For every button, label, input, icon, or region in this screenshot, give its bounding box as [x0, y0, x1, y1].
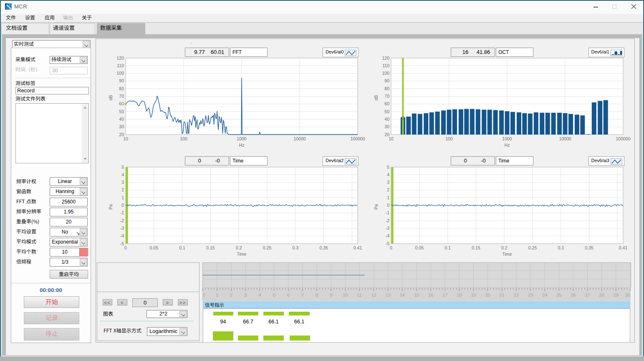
svg-text:7: 7: [301, 292, 304, 297]
svg-text:4: 4: [258, 292, 261, 297]
svg-text:10: 10: [343, 292, 348, 297]
svg-text:0.25: 0.25: [528, 245, 537, 250]
svg-text:25: 25: [556, 292, 561, 297]
svg-text:Pa: Pa: [374, 204, 379, 209]
svg-text:18: 18: [457, 292, 462, 297]
svg-text:70: 70: [119, 94, 124, 99]
svg-text:70: 70: [384, 94, 389, 99]
svg-text:0: 0: [203, 292, 205, 297]
svg-text:0.35: 0.35: [319, 245, 328, 250]
svg-text:9: 9: [330, 292, 332, 297]
svg-text:30: 30: [384, 124, 389, 129]
svg-text:19: 19: [471, 292, 476, 297]
svg-text:21: 21: [500, 292, 505, 297]
svg-text:0.15: 0.15: [206, 245, 215, 250]
svg-text:100: 100: [116, 71, 124, 76]
svg-text:120: 120: [382, 56, 389, 61]
svg-text:90: 90: [384, 78, 389, 83]
svg-text:13: 13: [386, 292, 391, 297]
svg-text:Hz: Hz: [239, 142, 245, 147]
svg-text:0: 0: [387, 203, 389, 208]
svg-text:0.35: 0.35: [585, 245, 593, 250]
svg-text:28: 28: [599, 292, 604, 297]
svg-text:8: 8: [316, 292, 318, 297]
svg-text:10000: 10000: [293, 136, 306, 141]
svg-text:2: 2: [230, 292, 232, 297]
svg-text:23: 23: [528, 292, 533, 297]
svg-text:1000: 1000: [237, 136, 247, 141]
svg-text:-4: -4: [120, 233, 124, 238]
svg-text:80: 80: [119, 86, 124, 91]
svg-text:-3: -3: [120, 226, 124, 231]
svg-text:27: 27: [585, 292, 590, 297]
svg-text:0.1: 0.1: [179, 245, 185, 250]
svg-text:10000: 10000: [559, 136, 571, 141]
svg-text:0: 0: [390, 245, 392, 250]
svg-text:14: 14: [400, 292, 405, 297]
svg-text:-4: -4: [386, 233, 389, 238]
svg-text:-2: -2: [386, 218, 389, 223]
svg-text:5: 5: [121, 165, 124, 170]
svg-text:0.41: 0.41: [619, 245, 628, 250]
svg-text:30: 30: [119, 124, 124, 129]
svg-text:0.41: 0.41: [354, 245, 362, 250]
svg-text:-5: -5: [120, 241, 124, 246]
svg-text:-1: -1: [386, 210, 389, 215]
svg-text:100: 100: [445, 136, 453, 141]
svg-text:1: 1: [216, 292, 218, 297]
svg-text:Pa: Pa: [108, 204, 113, 209]
svg-text:dB: dB: [374, 95, 379, 101]
svg-text:60: 60: [119, 101, 124, 106]
svg-text:6: 6: [287, 292, 290, 297]
svg-text:4: 4: [121, 172, 124, 177]
svg-text:10: 10: [123, 136, 128, 141]
svg-text:15: 15: [414, 292, 419, 297]
svg-text:0: 0: [121, 203, 124, 208]
svg-text:50: 50: [119, 109, 124, 114]
svg-text:12: 12: [371, 292, 376, 297]
svg-text:dB: dB: [108, 95, 113, 101]
svg-text:0.15: 0.15: [472, 245, 480, 250]
svg-text:30: 30: [625, 292, 630, 297]
svg-text:0.25: 0.25: [263, 245, 272, 250]
svg-text:0.2: 0.2: [236, 245, 242, 250]
svg-text:3: 3: [387, 180, 389, 185]
svg-text:22: 22: [514, 292, 519, 297]
svg-text:0.05: 0.05: [150, 245, 159, 250]
svg-text:-3: -3: [386, 226, 389, 231]
svg-text:80: 80: [384, 86, 389, 91]
svg-text:60: 60: [384, 101, 389, 106]
svg-text:5: 5: [387, 165, 389, 170]
svg-text:26: 26: [571, 292, 576, 297]
svg-text:-1: -1: [120, 210, 124, 215]
svg-text:0.2: 0.2: [501, 245, 508, 250]
svg-text:29: 29: [614, 292, 619, 297]
svg-text:-2: -2: [120, 218, 124, 223]
svg-text:11: 11: [357, 292, 362, 297]
svg-text:3: 3: [121, 180, 124, 185]
svg-text:110: 110: [382, 63, 389, 68]
svg-text:90: 90: [119, 78, 124, 83]
svg-text:2: 2: [121, 187, 124, 192]
svg-text:20: 20: [485, 292, 490, 297]
svg-text:17: 17: [442, 292, 447, 297]
svg-text:120: 120: [116, 56, 124, 61]
svg-text:40: 40: [119, 117, 124, 122]
svg-text:2: 2: [387, 187, 389, 192]
svg-text:1: 1: [387, 195, 389, 200]
svg-text:0: 0: [124, 245, 127, 250]
svg-text:0.1: 0.1: [444, 245, 451, 250]
svg-text:16: 16: [428, 292, 433, 297]
svg-text:4: 4: [387, 172, 389, 177]
svg-text:50: 50: [384, 109, 389, 114]
svg-text:0.05: 0.05: [415, 245, 424, 250]
svg-text:1: 1: [121, 195, 124, 200]
svg-text:Time: Time: [237, 252, 247, 257]
svg-text:-5: -5: [386, 241, 389, 246]
svg-text:24: 24: [542, 292, 547, 297]
svg-text:100: 100: [382, 71, 389, 76]
svg-text:110: 110: [117, 63, 124, 68]
svg-text:10: 10: [389, 136, 394, 141]
svg-text:Time: Time: [503, 252, 512, 257]
svg-text:5: 5: [273, 292, 275, 297]
